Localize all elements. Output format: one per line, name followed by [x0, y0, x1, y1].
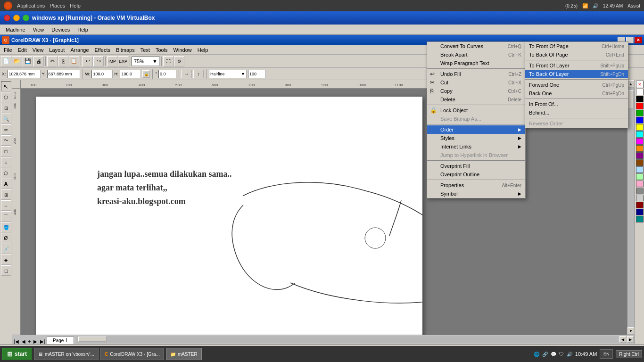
ctx-convert-curves[interactable]: Convert To Curves Ctrl+Q: [427, 42, 525, 50]
width-input[interactable]: [91, 70, 113, 78]
color-lightgreen[interactable]: [636, 173, 644, 180]
scroll-up-btn[interactable]: ▲: [627, 80, 634, 88]
menu-help[interactable]: Help: [195, 47, 211, 53]
tb-import[interactable]: IMP: [107, 56, 117, 66]
ctx-order[interactable]: Order ▶: [427, 125, 525, 134]
order-forward-one[interactable]: Forward One Ctrl+PgUp: [525, 81, 628, 89]
ctx-cut[interactable]: ✂ Cut Ctrl+X: [427, 78, 525, 87]
vm-menu-devices[interactable]: Devices: [48, 26, 74, 33]
ctx-undo[interactable]: ↩ Undo Fill Ctrl+Z: [427, 70, 525, 78]
tb-undo[interactable]: ↩: [83, 56, 93, 66]
scroll-track-h[interactable]: [76, 336, 619, 343]
ctx-styles[interactable]: Styles ▶: [427, 134, 525, 142]
order-back-one[interactable]: Back One Ctrl+PgDn: [525, 89, 628, 98]
tool-transparency[interactable]: ◻: [1, 265, 11, 276]
color-red[interactable]: [636, 103, 644, 109]
vm-menu-view[interactable]: View: [29, 26, 48, 33]
flip-v-btn[interactable]: ↕: [193, 70, 204, 78]
order-in-front-of[interactable]: In Front Of...: [525, 100, 628, 108]
menu-bitmaps[interactable]: Bitmaps: [113, 47, 138, 53]
scroll-left-btn[interactable]: ◀: [619, 336, 626, 343]
ctx-overprint-outline[interactable]: Overprint Outline: [427, 170, 525, 179]
color-darkred[interactable]: [636, 202, 644, 208]
tb-export[interactable]: EXP: [118, 56, 128, 66]
tool-shape[interactable]: ⬡: [1, 92, 11, 102]
tool-polygon[interactable]: ⬠: [1, 168, 11, 178]
menu-arrange[interactable]: Arrange: [67, 47, 91, 53]
tool-zoom[interactable]: 🔍: [1, 114, 11, 124]
ctx-break-apart[interactable]: Break Apart Ctrl+K: [427, 50, 525, 59]
rotation-input[interactable]: [158, 70, 176, 78]
order-reverse[interactable]: Reverse Order: [525, 119, 628, 128]
task-master2[interactable]: 📁 mASTER: [166, 348, 202, 360]
tool-smart[interactable]: 〜: [1, 135, 11, 146]
hairline-value[interactable]: 100: [248, 70, 266, 78]
tb-fullscreen[interactable]: ⛶: [163, 56, 173, 66]
vm-min-btn[interactable]: [13, 15, 20, 21]
color-gray[interactable]: [636, 188, 644, 194]
tool-table[interactable]: ⊞: [1, 189, 11, 200]
menu-effects[interactable]: Effects: [92, 47, 113, 53]
tb-copy[interactable]: ⎘: [58, 56, 68, 66]
tool-ellipse[interactable]: ○: [1, 157, 11, 167]
ctx-wrap-text[interactable]: Wrap Paragraph Text: [427, 59, 525, 67]
tool-select[interactable]: ↖: [1, 81, 11, 91]
color-white[interactable]: [636, 89, 644, 95]
color-teal[interactable]: [636, 216, 644, 222]
menu-text[interactable]: Text: [138, 47, 153, 53]
menu-view[interactable]: View: [30, 47, 47, 53]
order-to-front-layer[interactable]: To Front Of Layer Shift+PgUp: [525, 61, 628, 70]
ubuntu-help[interactable]: Help: [70, 3, 81, 8]
color-orange[interactable]: [636, 145, 644, 152]
color-lightblue[interactable]: [636, 166, 644, 173]
ctx-internet-links[interactable]: Internet Links ▶: [427, 142, 525, 151]
scroll-thumb-v[interactable]: [628, 90, 634, 109]
ctx-copy[interactable]: ⎘ Copy Ctrl+C: [427, 87, 525, 95]
color-cyan[interactable]: [636, 131, 644, 138]
ctx-delete[interactable]: Delete Delete: [427, 95, 525, 104]
vm-max-btn[interactable]: [23, 15, 29, 21]
color-green[interactable]: [636, 110, 644, 116]
ctx-properties[interactable]: Properties Alt+Enter: [427, 181, 525, 189]
color-blue[interactable]: [636, 117, 644, 123]
vm-menu-machine[interactable]: Machine: [2, 26, 29, 33]
ctx-overprint-fill[interactable]: Overprint Fill: [427, 162, 525, 170]
menu-file[interactable]: File: [1, 47, 15, 53]
tool-freehand[interactable]: ✏: [1, 124, 11, 135]
tb-redo[interactable]: ↪: [93, 56, 104, 66]
tool-eyedropper[interactable]: 💉: [1, 244, 11, 254]
start-button[interactable]: ⊞ start: [2, 348, 32, 360]
tool-fill[interactable]: 🪣: [1, 222, 11, 232]
tool-text[interactable]: A: [1, 179, 11, 189]
tb-new[interactable]: 📄: [1, 56, 11, 66]
flip-h-btn[interactable]: ↔: [182, 70, 192, 78]
ctx-lock-object[interactable]: 🔒 Lock Object: [427, 106, 525, 115]
tool-rect[interactable]: □: [1, 146, 11, 156]
vm-close-btn[interactable]: [4, 15, 10, 21]
color-purple[interactable]: [636, 152, 644, 159]
order-to-back-page[interactable]: To Back Of Page Ctrl+End: [525, 50, 628, 59]
tb-print[interactable]: 🖨: [33, 56, 44, 66]
color-pink[interactable]: [636, 181, 644, 187]
tb-save[interactable]: 💾: [23, 56, 33, 66]
color-brown[interactable]: [636, 159, 644, 166]
coord-x-input[interactable]: [8, 70, 41, 78]
task-master[interactable]: 🖥 mASTER on 'vboxsrv'...: [34, 348, 99, 360]
vm-menu-help[interactable]: Help: [74, 26, 92, 33]
ctx-jump-hyperlink[interactable]: Jump to Hyperlink in Browser: [427, 151, 525, 159]
color-magenta[interactable]: [636, 138, 644, 145]
color-black[interactable]: [636, 96, 644, 102]
cdraw-close-btn[interactable]: ✕: [635, 37, 642, 43]
tool-dimension[interactable]: ↔: [1, 200, 11, 211]
ubuntu-places[interactable]: Places: [50, 3, 65, 8]
color-navy[interactable]: [636, 209, 644, 215]
page-add-btn[interactable]: +: [27, 339, 33, 344]
outline-btn[interactable]: Hairline▼: [209, 70, 247, 78]
tb-open[interactable]: 📂: [12, 56, 22, 66]
tool-crop[interactable]: ⊡: [1, 103, 11, 113]
palette-none[interactable]: ✕: [636, 81, 644, 88]
tb-paste[interactable]: 📋: [69, 56, 79, 66]
scroll-thumb-h[interactable]: [78, 337, 107, 342]
page-nav-first[interactable]: |◀: [12, 339, 20, 344]
page-tab-1[interactable]: Page 1: [47, 337, 74, 344]
